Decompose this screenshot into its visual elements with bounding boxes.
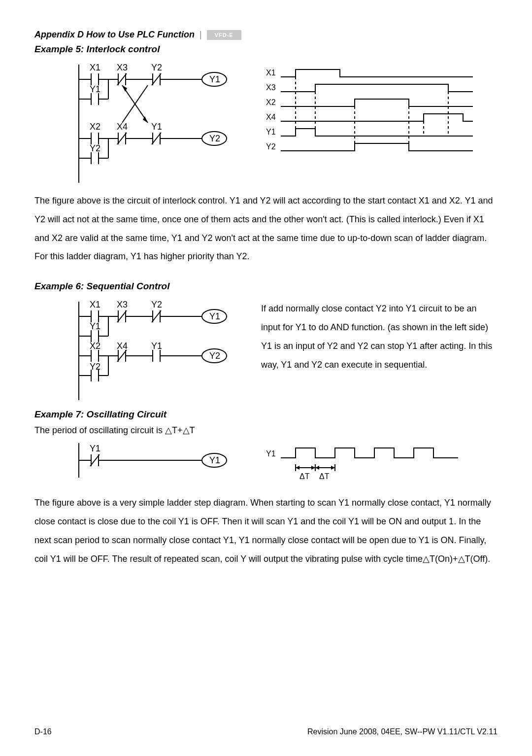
svg-text:Y2: Y2 (151, 300, 162, 309)
page-footer: D-16 Revision June 2008, 04EE, SW--PW V1… (34, 727, 498, 736)
svg-text:ΔT: ΔT (299, 472, 310, 481)
svg-text:X2: X2 (90, 341, 100, 351)
svg-marker-120 (311, 466, 315, 470)
svg-text:Y1: Y1 (209, 455, 220, 465)
svg-text:X4: X4 (117, 341, 128, 351)
svg-text:Y1: Y1 (266, 449, 276, 458)
svg-text:Y2: Y2 (209, 134, 220, 143)
svg-text:Y2: Y2 (90, 362, 100, 372)
svg-text:Y2: Y2 (209, 351, 220, 361)
svg-text:Y1: Y1 (266, 128, 276, 136)
example5-title: Example 5: Interlock control (34, 44, 498, 55)
svg-text:X3: X3 (266, 83, 276, 92)
example7-intro: The period of oscillating circuit is △T+… (34, 425, 498, 436)
svg-text:Y2: Y2 (151, 63, 162, 72)
svg-text:Y2: Y2 (90, 143, 100, 153)
footer-revision: Revision June 2008, 04EE, SW--PW V1.11/C… (307, 727, 498, 736)
example5-description: The figure above is the circuit of inter… (34, 192, 498, 266)
vfd-logo: VFD-E (207, 30, 241, 40)
header-separator: | (200, 30, 202, 40)
svg-text:ΔT: ΔT (319, 472, 330, 481)
svg-text:Y1: Y1 (209, 311, 220, 321)
appendix-title: Appendix D How to Use PLC Function (34, 30, 195, 40)
svg-text:X1: X1 (90, 63, 100, 72)
svg-text:X4: X4 (117, 122, 128, 132)
svg-text:X2: X2 (266, 98, 276, 106)
svg-text:Y1: Y1 (151, 341, 162, 351)
svg-text:X1: X1 (90, 300, 100, 309)
example5-timing-diagram: X1 X3 X2 X4 Y1 Y2 (261, 60, 483, 168)
svg-text:X3: X3 (117, 63, 128, 72)
footer-page-number: D-16 (34, 727, 52, 736)
example7-title: Example 7: Oscillating Circuit (34, 409, 498, 420)
svg-text:Y2: Y2 (266, 142, 276, 151)
example6-description: If add normally close contact Y2 into Y1… (261, 300, 498, 374)
svg-text:Y1: Y1 (209, 74, 220, 84)
svg-text:X3: X3 (117, 300, 128, 309)
example7-timing-diagram: Y1 ΔT ΔT (261, 441, 468, 485)
svg-text:X4: X4 (266, 113, 276, 121)
svg-text:Y1: Y1 (90, 444, 100, 453)
example6-title: Example 6: Sequential Control (34, 281, 498, 292)
page-header: Appendix D How to Use PLC Function | VFD… (34, 30, 498, 40)
svg-text:X2: X2 (90, 122, 100, 132)
example6-ladder-diagram: X1 X3 Y2 Y1 Y1 X2 X4 Y1 Y2 Y2 (69, 297, 246, 405)
svg-marker-119 (296, 466, 299, 470)
svg-text:Y1: Y1 (90, 84, 100, 94)
example5-ladder-diagram: X1 X3 Y2 Y1 Y1 X2 X4 Y1 Y2 Y2 (69, 60, 246, 183)
svg-text:X1: X1 (266, 69, 276, 77)
svg-text:Y1: Y1 (90, 321, 100, 331)
example7-description: The figure above is a very simple ladder… (34, 494, 498, 568)
svg-text:Y1: Y1 (151, 122, 162, 132)
svg-marker-123 (331, 466, 335, 470)
example7-ladder-diagram: Y1 Y1 (69, 441, 246, 480)
svg-marker-122 (315, 466, 319, 470)
